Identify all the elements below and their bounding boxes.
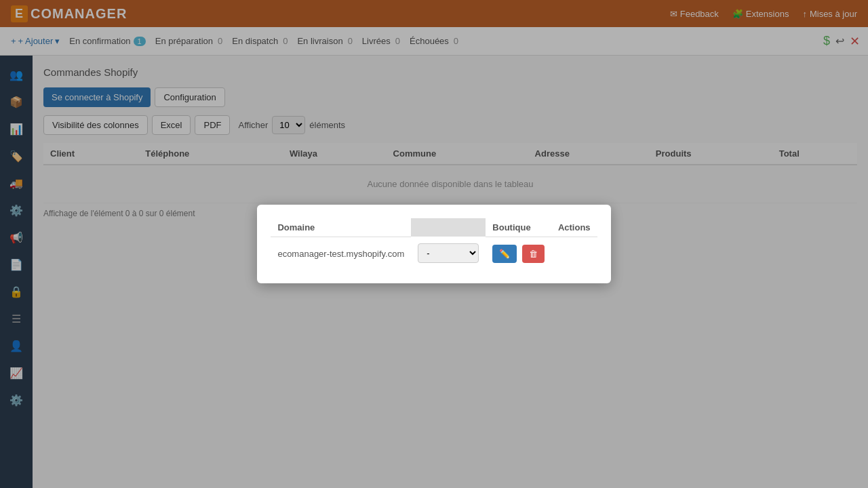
- modal-domain-header: Domaine: [271, 218, 411, 237]
- modal-boutique-cell: -: [411, 237, 486, 270]
- edit-icon: ✏️: [499, 249, 510, 259]
- modal-domain-value: ecomanager-test.myshopify.com: [271, 237, 411, 270]
- configuration-modal: Domaine Boutique Actions ecomanager-test…: [257, 205, 610, 284]
- boutique-select[interactable]: -: [418, 243, 479, 263]
- modal-row: ecomanager-test.myshopify.com - ✏️: [271, 237, 597, 270]
- main-layout: 👥 📦 📊 🏷️ 🚚 ⚙️ 📢 📄 🔒 ☰ 👤 📈 ⚙️ Commandes S…: [0, 56, 868, 488]
- delete-icon: 🗑: [529, 249, 538, 259]
- modal-table: Domaine Boutique Actions ecomanager-test…: [271, 218, 597, 270]
- modal-overlay: Domaine Boutique Actions ecomanager-test…: [33, 56, 868, 488]
- modal-actions-header: Actions: [551, 218, 597, 237]
- edit-button[interactable]: ✏️: [492, 245, 517, 263]
- modal-actions-cell: ✏️ 🗑: [486, 237, 551, 270]
- content-area: Commandes Shopify Se connecter à Shopify…: [33, 56, 868, 488]
- modal-boutique-header: Boutique: [486, 218, 551, 237]
- delete-button[interactable]: 🗑: [522, 245, 545, 263]
